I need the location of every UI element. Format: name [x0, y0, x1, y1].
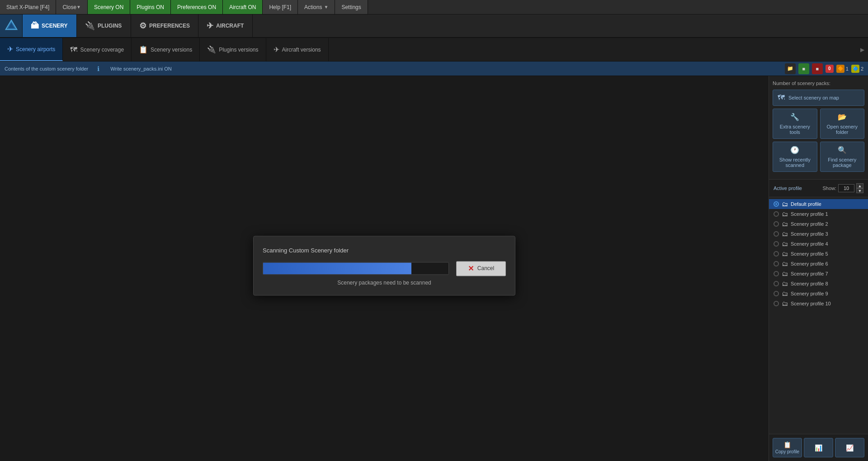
profile-item-p8[interactable]: 🗂Scenery profile 8 — [769, 279, 868, 289]
subtab-scenery-versions[interactable]: 📋 Scenery versions — [132, 38, 200, 61]
copy-profile-button[interactable]: 📋 Copy profile — [773, 438, 802, 457]
subtab-airports[interactable]: ✈ Scenery airports — [0, 38, 63, 61]
preferences-tab-label: PREFERENCES — [149, 23, 190, 29]
profile-icon-p8: 🗂 — [782, 280, 788, 287]
close-label: Close — [62, 4, 76, 10]
plugins-toggle-button[interactable]: Plugins ON — [130, 0, 171, 14]
scan-status-text: Scenery packages need to be scanned — [263, 280, 506, 286]
open-folder-button[interactable]: 📂 Open scenery folder — [820, 109, 865, 139]
extra-tools-area: 🔧 Extra scenery tools 📂 Open scenery fol… — [773, 109, 864, 139]
logo-icon — [5, 19, 18, 32]
cancel-button[interactable]: ✕ Cancel — [456, 261, 506, 276]
profile-label-p9: Scenery profile 9 — [791, 291, 828, 296]
profile-item-p10[interactable]: 🗂Scenery profile 10 — [769, 299, 868, 309]
folder-info-text: Contents of the custom scenery folder — [5, 66, 88, 71]
profile-icon-p5: 🗂 — [782, 250, 788, 257]
subtab-aircraft-versions[interactable]: ✈ Aircraft versions — [266, 38, 329, 61]
tab-aircraft[interactable]: ✈ AIRCRAFT — [198, 14, 253, 37]
profile-icon-p9: 🗂 — [782, 290, 788, 297]
airports-subtab-icon: ✈ — [7, 45, 13, 53]
profile-item-p3[interactable]: 🗂Scenery profile 3 — [769, 229, 868, 239]
subtab-plugins-versions[interactable]: 🔌 Plugins versions — [200, 38, 266, 61]
red-status-btn[interactable]: ■ — [812, 63, 823, 74]
profile-item-p2[interactable]: 🗂Scenery profile 2 — [769, 219, 868, 229]
settings-button[interactable]: Settings — [335, 0, 368, 14]
subtab-coverage[interactable]: 🗺 Scenery coverage — [63, 38, 132, 61]
main-tabbar: 🏔 SCENERY 🔌 PLUGINS ⚙ PREFERENCES ✈ AIRC… — [0, 14, 868, 38]
airports-subtab-label: Scenery airports — [16, 46, 55, 52]
profile-label-p1: Scenery profile 1 — [791, 211, 828, 217]
cancel-x-icon: ✕ — [468, 264, 474, 273]
tab-plugins[interactable]: 🔌 PLUGINS — [77, 14, 131, 37]
profile-radio-p10 — [774, 301, 779, 306]
profile-radio-p7 — [774, 271, 779, 276]
profile-label-default: Default profile — [791, 201, 821, 207]
profile-icon-p1: 🗂 — [782, 210, 788, 218]
close-button[interactable]: Close ▼ — [56, 0, 88, 14]
scenery-toggle-button[interactable]: Scenery ON — [88, 0, 130, 14]
preferences-toggle-button[interactable]: Preferences ON — [171, 0, 223, 14]
profile-item-p7[interactable]: 🗂Scenery profile 7 — [769, 269, 868, 279]
active-profile-header: Active profile Show: ▲ ▼ — [769, 180, 868, 197]
bottom-btn-3[interactable]: 📈 — [835, 438, 864, 457]
stepper-up-button[interactable]: ▲ — [856, 183, 863, 188]
profile-label-p5: Scenery profile 5 — [791, 251, 828, 257]
pack-count-label: Number of scenery packs: — [773, 81, 864, 86]
orange-badge: 🔶 — [836, 65, 844, 73]
green-status-btn[interactable]: ■ — [798, 63, 809, 74]
aircraft-tab-icon: ✈ — [207, 21, 213, 31]
preferences-toggle-label: Preferences ON — [177, 4, 216, 10]
recently-icon: 🕐 — [790, 146, 799, 154]
plugins-versions-subtab-icon: 🔌 — [207, 45, 216, 54]
actions-label: Actions — [304, 4, 322, 10]
profile-item-p6[interactable]: 🗂Scenery profile 6 — [769, 259, 868, 269]
profile-item-default[interactable]: 🗂Default profile — [769, 199, 868, 209]
info-circle-icon: ℹ — [97, 65, 99, 72]
profile-label-p7: Scenery profile 7 — [791, 271, 828, 276]
copy-icon: 📋 — [783, 441, 791, 448]
show-stepper: ▲ ▼ — [856, 183, 863, 193]
extra-tools-button[interactable]: 🔧 Extra scenery tools — [773, 109, 817, 139]
map-icon: 🗺 — [778, 94, 785, 102]
plugins-toggle-label: Plugins ON — [137, 4, 164, 10]
bottom-btn-3-icon: 📈 — [846, 444, 854, 451]
preferences-tab-icon: ⚙ — [139, 21, 146, 31]
profile-item-p1[interactable]: 🗂Scenery profile 1 — [769, 209, 868, 219]
folder-icon-btn[interactable]: 📁 — [785, 63, 796, 74]
profile-icon-default: 🗂 — [782, 200, 788, 208]
stepper-down-button[interactable]: ▼ — [856, 188, 863, 193]
profile-icon-p2: 🗂 — [782, 220, 788, 228]
scenery-versions-subtab-icon: 📋 — [139, 45, 148, 54]
aircraft-toggle-button[interactable]: Aircraft ON — [223, 0, 263, 14]
extra-tools-label: Extra scenery tools — [777, 124, 813, 135]
profile-label-p8: Scenery profile 8 — [791, 281, 828, 286]
active-profile-label: Active profile — [774, 185, 802, 191]
subtab-scroll-arrow[interactable]: ▶ — [857, 38, 868, 61]
profile-icon-p4: 🗂 — [782, 240, 788, 247]
close-arrow-icon: ▼ — [76, 5, 81, 10]
tab-preferences[interactable]: ⚙ PREFERENCES — [131, 14, 198, 37]
sidebar-top: Number of scenery packs: 🗺 Select scener… — [769, 76, 868, 180]
start-xplane-button[interactable]: Start X-Plane [F4] — [0, 0, 56, 14]
actions-arrow-icon: ▼ — [324, 5, 328, 10]
tab-scenery[interactable]: 🏔 SCENERY — [23, 14, 77, 37]
show-find-area: 🕐 Show recently scanned 🔍 Find scenery p… — [773, 142, 864, 172]
find-package-button[interactable]: 🔍 Find scenery package — [820, 142, 865, 172]
show-recently-button[interactable]: 🕐 Show recently scanned — [773, 142, 817, 172]
scenery-tab-icon: 🏔 — [31, 21, 39, 31]
profile-item-p5[interactable]: 🗂Scenery profile 5 — [769, 249, 868, 259]
find-package-label: Find scenery package — [824, 157, 861, 168]
select-map-button[interactable]: 🗺 Select scenery on map — [773, 90, 864, 106]
profile-radio-p1 — [774, 211, 779, 217]
progress-bar-fill — [263, 262, 411, 274]
profile-item-p9[interactable]: 🗂Scenery profile 9 — [769, 289, 868, 299]
yellow-count-value: 2 — [861, 66, 863, 71]
copy-profile-label: Copy profile — [775, 449, 799, 454]
actions-button[interactable]: Actions ▼ — [298, 0, 335, 14]
help-button[interactable]: Help [F1] — [263, 0, 298, 14]
content-area: Scanning Custom Scenery folder ✕ Cancel … — [0, 76, 769, 461]
show-value-input[interactable] — [838, 184, 854, 192]
infobar: Contents of the custom scenery folder ℹ … — [0, 62, 868, 76]
profile-item-p4[interactable]: 🗂Scenery profile 4 — [769, 239, 868, 249]
bottom-btn-2[interactable]: 📊 — [804, 438, 833, 457]
